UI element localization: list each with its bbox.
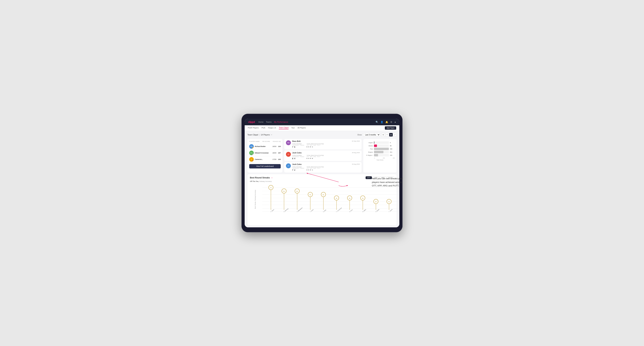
svg-text:7x: 7x — [270, 187, 272, 188]
view-icons: ⊞ ≡ ▤ ⤢ — [382, 133, 396, 137]
chart-bar — [374, 151, 384, 153]
chart-label: Eagles — [365, 142, 373, 144]
list-view-btn[interactable]: ≡ — [385, 133, 389, 137]
stat-values-pa: 0 0 0 1 — [306, 146, 324, 148]
stat-values-rounds: 7 6 — [292, 146, 304, 148]
card-player-name: Josh Coles — [292, 163, 302, 165]
expand-view-btn[interactable]: ⤢ — [393, 133, 396, 137]
player-card[interactable]: JC Josh Coles 26 Aug 2023 Total Rounds — [284, 151, 362, 161]
card-header-row: Rees Britt 02 Sep 2023 — [292, 140, 360, 143]
card-header-row: Josh Coles 26 Aug 2023 — [292, 163, 360, 166]
nav-my-performance[interactable]: My Performance — [274, 121, 288, 123]
card-player-name: Rees Britt — [292, 140, 300, 142]
chart-val: 499 — [390, 148, 395, 150]
player-info: Richard Butler — [255, 146, 271, 147]
player-name: Cameron... — [255, 159, 271, 160]
chart-val: 96 — [390, 145, 395, 147]
team-header: Team Clippd | 14 Players ✏ Show Last 3 m… — [248, 133, 396, 137]
stat-label: Total Rounds — [292, 166, 304, 168]
user-icon[interactable]: 👤 — [380, 121, 383, 123]
tournament-val: 7 — [292, 146, 293, 148]
stat-label-pa: Total Practice Activities — [306, 166, 324, 168]
nav-home[interactable]: Home — [258, 121, 264, 123]
axis-label-0: 0 — [374, 158, 375, 159]
stat-sub-pa: OTT APP ARG PUTT — [306, 145, 324, 146]
sub-nav-pga[interactable]: PGA — [262, 127, 265, 129]
view-full-leaderboard-button[interactable]: View Full Leaderboard — [249, 164, 281, 169]
settings-icon[interactable]: ⚙ — [390, 121, 392, 123]
practice-val: 6 — [294, 146, 296, 148]
svg-text:5x: 5x — [310, 194, 311, 195]
stat-sub-pa: OTT APP ARG PUTT — [306, 156, 324, 157]
search-icon[interactable]: 🔍 — [376, 121, 378, 123]
stat-label: Total Rounds — [292, 143, 304, 145]
axis-label-400: 400 — [393, 158, 395, 159]
sub-nav-pgat[interactable]: PGAT Players — [248, 127, 259, 129]
avatar: C 3 — [249, 157, 254, 162]
chart-label: Pars — [365, 148, 373, 150]
player-card[interactable]: JC Josh Coles 26 Aug 2023 Total Rounds — [284, 162, 362, 173]
chart-row-bogeys: Bogeys 311 — [365, 151, 395, 153]
table-row[interactable]: C 3 Cameron... 17/20 103 — [249, 156, 281, 163]
card-avatar: RB — [286, 140, 291, 145]
subtitle-ott: Off The Tee, — [250, 180, 259, 182]
player-scores: 19/20 110 — [272, 146, 281, 147]
stat-sub: Tournament Practice — [292, 156, 304, 157]
col-pb-score: PB SCORE — [262, 141, 270, 142]
stat-values-pa: 0 0 0 0 — [306, 158, 324, 159]
avatar-icon[interactable]: ● — [394, 121, 396, 123]
team-player-count: | — [259, 134, 260, 136]
player-info: Edward Crossman — [255, 152, 271, 154]
svg-text:D. Billingham: D. Billingham — [296, 207, 303, 212]
player-score: 18/20 — [272, 152, 276, 154]
sub-nav-tour[interactable]: Tour — [292, 127, 295, 129]
sub-nav-hcaps[interactable]: Hcaps 1-5 — [268, 127, 276, 129]
chart-bar — [374, 141, 374, 144]
streaks-title-text: Best Round Streaks — [250, 176, 270, 179]
player-name: Edward Crossman — [255, 152, 271, 154]
bell-icon[interactable]: 🔔 — [385, 121, 388, 123]
card-header-row: Josh Coles 26 Aug 2023 — [292, 152, 360, 154]
grid-view-btn[interactable]: ⊞ — [382, 133, 385, 137]
stat-sub-pa: OTT APP ARG PUTT — [306, 168, 324, 169]
total-rounds-stat: Total Rounds Tournament Practice 7 6 — [292, 143, 304, 148]
table-row[interactable]: EC 2 Edward Crossman 18/20 107 — [249, 150, 281, 156]
total-rounds-stat: Total Rounds Tournament Practice 8 4 — [292, 155, 304, 160]
bubble-chart-container: Best Streak, Fairway Accuracy 7 — [250, 184, 394, 223]
card-avatar: JC — [286, 163, 291, 168]
col-player-name: PLAYER NAME — [249, 141, 260, 142]
y-axis-label: Best Streak, Fairway Accuracy — [254, 198, 256, 209]
subtitle-accuracy: Fairway Accuracy — [259, 180, 272, 182]
table-row[interactable]: RB 1 Richard Butler 19/20 110 — [249, 143, 281, 150]
nav-teams[interactable]: Teams — [266, 121, 272, 123]
col-pb-avg: PB AVG SQ — [273, 141, 281, 142]
stat-label: Total Rounds — [292, 155, 304, 156]
player-scores: 18/20 107 — [272, 152, 281, 154]
chart-bar-wrap — [374, 141, 389, 144]
svg-text:4x: 4x — [362, 197, 364, 199]
add-team-button[interactable]: Add Team — [385, 126, 396, 130]
period-select[interactable]: Last 3 months — [363, 133, 380, 137]
edit-icon[interactable]: ✏ — [271, 134, 272, 136]
streak-tab-ott[interactable]: OTT — [366, 176, 372, 179]
stat-label-pa: Total Practice Activities — [306, 143, 324, 145]
sub-nav-team-clippd[interactable]: Team Clippd — [279, 127, 288, 129]
practice-activities-stat: Total Practice Activities OTT APP ARG PU… — [306, 155, 324, 160]
practice-activities-stat: Total Practice Activities OTT APP ARG PU… — [306, 166, 324, 171]
practice-activities-stat: Total Practice Activities OTT APP ARG PU… — [306, 143, 324, 148]
card-date: 26 Aug 2023 — [352, 152, 360, 154]
card-view-btn[interactable]: ▤ — [389, 133, 393, 137]
bubble-chart-svg: 7 6 5 4 3 2 1 0 — [262, 184, 399, 212]
chart-bar-wrap — [374, 151, 389, 153]
chart-val: 3 — [390, 142, 395, 144]
chart-label: Birdies — [365, 145, 373, 147]
svg-text:4x: 4x — [336, 197, 338, 199]
chart-val: 311 — [390, 151, 395, 153]
app-logo: clippd — [248, 121, 255, 123]
chart-title: Total Shots — [365, 159, 395, 161]
svg-text:E. Crossman: E. Crossman — [336, 207, 342, 212]
player-card[interactable]: RB Rees Britt 02 Sep 2023 Total Rounds — [284, 139, 362, 149]
sub-nav-all-players[interactable]: All Players — [298, 127, 306, 129]
chart-row-pars: Pars 499 — [365, 148, 395, 150]
rank-badge: 3 — [252, 160, 254, 162]
